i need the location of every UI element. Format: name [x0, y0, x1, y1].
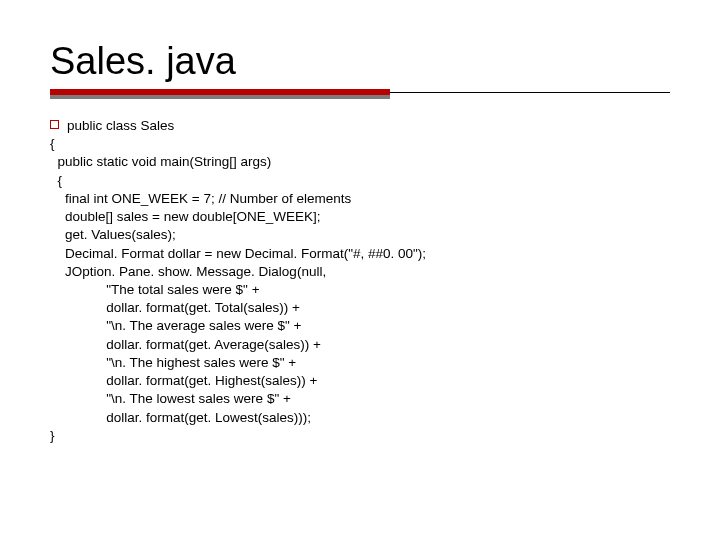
- code-line: dollar. format(get. Highest(sales)) +: [50, 373, 317, 388]
- bar-accent: [50, 89, 390, 95]
- code-line: public static void main(String[] args): [50, 154, 271, 169]
- code-line: "\n. The lowest sales were $" +: [50, 391, 291, 406]
- code-line: final int ONE_WEEK = 7; // Number of ele…: [50, 191, 351, 206]
- code-line: get. Values(sales);: [50, 227, 176, 242]
- code-line: "The total sales were $" +: [50, 282, 260, 297]
- code-line: public class Sales: [67, 118, 174, 133]
- code-line: }: [50, 428, 55, 443]
- code-line: dollar. format(get. Average(sales)) +: [50, 337, 321, 352]
- slide-title: Sales. java: [50, 40, 670, 83]
- code-line: {: [50, 136, 55, 151]
- code-line: {: [50, 173, 62, 188]
- code-line: JOption. Pane. show. Message. Dialog(nul…: [50, 264, 326, 279]
- code-line: "\n. The highest sales were $" +: [50, 355, 296, 370]
- title-underline: [50, 89, 670, 99]
- code-line: dollar. format(get. Total(sales)) +: [50, 300, 300, 315]
- code-line: Decimal. Format dollar = new Decimal. Fo…: [50, 246, 426, 261]
- code-line: dollar. format(get. Lowest(sales)));: [50, 410, 311, 425]
- slide: Sales. java public class Sales { public …: [0, 0, 720, 540]
- code-line: "\n. The average sales were $" +: [50, 318, 301, 333]
- code-block: public class Sales { public static void …: [50, 117, 670, 445]
- bullet-icon: [50, 120, 59, 129]
- code-line: double[] sales = new double[ONE_WEEK];: [50, 209, 321, 224]
